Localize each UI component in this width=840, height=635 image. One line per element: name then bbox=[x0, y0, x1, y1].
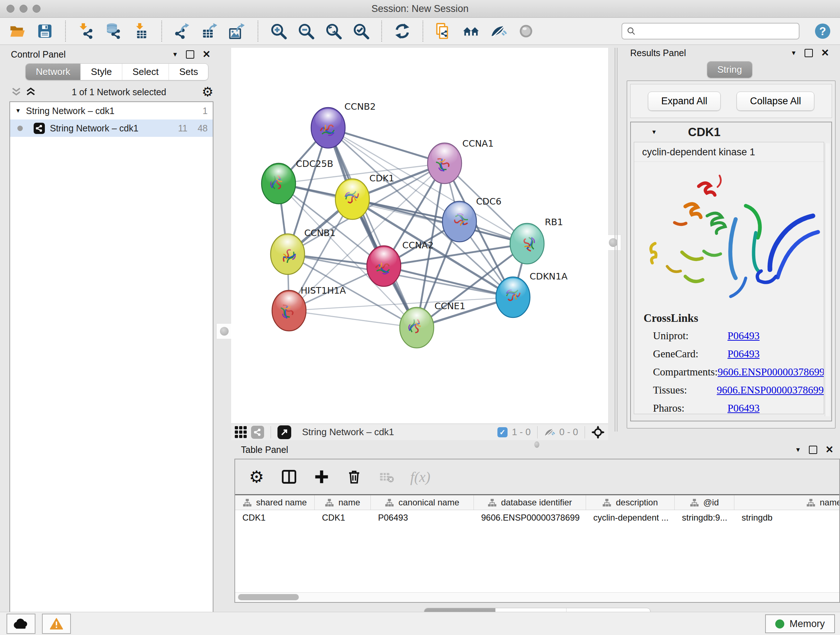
zoom-in-icon bbox=[270, 23, 287, 40]
scrollbar-thumb[interactable] bbox=[238, 594, 299, 600]
delete-column-button[interactable] bbox=[345, 468, 363, 486]
table-options-button[interactable]: ⚙ bbox=[248, 468, 265, 486]
table-horizontal-scrollbar[interactable] bbox=[235, 592, 839, 602]
tab-network[interactable]: Network bbox=[26, 64, 80, 80]
panel-float-icon[interactable] bbox=[186, 50, 194, 59]
panel-close-icon[interactable]: ✕ bbox=[821, 48, 829, 58]
column-header--id[interactable]: @id bbox=[675, 495, 734, 510]
tab-string[interactable]: String bbox=[707, 62, 752, 78]
memory-status-dot bbox=[775, 619, 784, 629]
network-node-CCNE1[interactable]: CCNE1 bbox=[400, 301, 465, 348]
column-header-canonical-name[interactable]: canonical name bbox=[371, 495, 474, 510]
warning-icon bbox=[50, 618, 63, 630]
protein-section-header[interactable]: ▼ CDK1 bbox=[631, 122, 831, 142]
network-canvas[interactable]: CCNB2CCNA1CDC25BCDK1CDC6RB1CCNB1CCNA2HIS… bbox=[231, 48, 608, 440]
refresh-view-button[interactable] bbox=[393, 22, 412, 41]
search-input[interactable] bbox=[639, 26, 794, 36]
import-table-from-file-button[interactable] bbox=[132, 22, 150, 41]
delete-table-button[interactable] bbox=[378, 468, 396, 486]
column-header-name[interactable]: name bbox=[315, 495, 371, 510]
network-row[interactable]: String Network – cdk1 11 48 bbox=[10, 119, 213, 137]
crosslink-row: Pharos:P06493 bbox=[644, 402, 824, 414]
crosslink-link[interactable]: 9606.ENSP00000378699 bbox=[717, 384, 824, 396]
eye-slash-icon bbox=[490, 23, 507, 40]
network-node-CDK1[interactable]: CDK1 bbox=[335, 173, 394, 219]
column-header-shared-name[interactable]: shared name bbox=[235, 495, 315, 510]
export-table-button[interactable] bbox=[201, 22, 219, 41]
show-all-button[interactable] bbox=[516, 22, 535, 41]
tab-sets[interactable]: Sets bbox=[169, 64, 208, 80]
first-neighbors-button[interactable] bbox=[462, 22, 480, 41]
column-header-label: description bbox=[616, 497, 658, 508]
crosslink-link[interactable]: P06493 bbox=[728, 348, 760, 360]
network-options-gear-icon[interactable]: ⚙ bbox=[202, 86, 213, 98]
tab-select[interactable]: Select bbox=[122, 64, 169, 80]
edge-CCNB2-CCNE1[interactable] bbox=[328, 128, 417, 328]
panel-menu-caret-icon[interactable]: ▼ bbox=[791, 50, 797, 57]
save-session-button[interactable] bbox=[35, 22, 54, 41]
function-builder-button[interactable]: f(x) bbox=[410, 468, 431, 486]
network-collection-row[interactable]: ▼ String Network – cdk1 1 bbox=[10, 102, 213, 119]
trash-icon bbox=[347, 469, 362, 485]
create-column-button[interactable] bbox=[313, 468, 331, 486]
tab-style[interactable]: Style bbox=[80, 64, 122, 80]
network-nodes[interactable]: CCNB2CCNA1CDC25BCDK1CDC6RB1CCNB1CCNA2HIS… bbox=[262, 101, 568, 348]
splitter-handle-left[interactable] bbox=[216, 323, 232, 339]
svg-text:?: ? bbox=[819, 25, 826, 37]
column-header-description[interactable]: description bbox=[586, 495, 675, 510]
node-label-CCNA1: CCNA1 bbox=[462, 138, 494, 149]
network-node-CDKN1A[interactable]: CDKN1A bbox=[496, 271, 568, 318]
import-network-from-database-button[interactable] bbox=[104, 22, 123, 41]
birdseye-crosshair-icon[interactable] bbox=[592, 426, 605, 439]
import-network-from-file-button[interactable] bbox=[77, 22, 95, 41]
open-session-button[interactable] bbox=[8, 22, 27, 41]
expand-all-icon[interactable] bbox=[25, 87, 36, 97]
memory-button[interactable]: Memory bbox=[765, 614, 835, 633]
eye-icon bbox=[518, 23, 534, 40]
selected-nodes-checkbox[interactable]: ✓ bbox=[497, 427, 508, 437]
crosslink-link[interactable]: P06493 bbox=[728, 402, 760, 414]
panel-menu-caret-icon[interactable]: ▼ bbox=[172, 51, 178, 58]
collapse-triangle-icon[interactable]: ▼ bbox=[651, 129, 657, 135]
column-header-database-identifier[interactable]: database identifier bbox=[474, 495, 586, 510]
column-header-namespace[interactable]: namespace bbox=[734, 495, 839, 510]
network-graph[interactable]: CCNB2CCNA1CDC25BCDK1CDC6RB1CCNB1CCNA2HIS… bbox=[231, 48, 608, 424]
zoom-in-button[interactable] bbox=[269, 22, 288, 41]
crosslink-row: Tissues:9606.ENSP00000378699 bbox=[644, 384, 824, 396]
export-image-button[interactable] bbox=[228, 22, 247, 41]
warnings-button[interactable] bbox=[42, 614, 71, 634]
zoom-out-button[interactable] bbox=[297, 22, 316, 41]
network-node-CCNB1[interactable]: CCNB1 bbox=[271, 228, 336, 274]
tree-expand-icon[interactable]: ▼ bbox=[15, 108, 21, 114]
panel-close-icon[interactable]: ✕ bbox=[202, 50, 210, 59]
results-scrollbar[interactable] bbox=[825, 143, 830, 416]
panel-menu-caret-icon[interactable]: ▼ bbox=[795, 447, 801, 454]
expand-all-button[interactable]: Expand All bbox=[648, 92, 721, 111]
edge-CCNB2-CCNA1[interactable] bbox=[328, 128, 445, 163]
network-node-RB1[interactable]: RB1 bbox=[510, 217, 563, 264]
panel-float-icon[interactable] bbox=[809, 446, 817, 454]
cloud-status-button[interactable] bbox=[6, 614, 35, 634]
table-row[interactable]: CDK1CDK1P064939606.ENSP00000378699cyclin… bbox=[235, 510, 839, 525]
help-button[interactable]: ? bbox=[813, 22, 832, 41]
detach-view-button[interactable] bbox=[278, 425, 291, 439]
panel-close-icon[interactable]: ✕ bbox=[825, 445, 834, 455]
export-network-button[interactable] bbox=[173, 22, 192, 41]
zoom-selected-button[interactable] bbox=[352, 22, 370, 41]
network-node-CCNA1[interactable]: CCNA1 bbox=[428, 138, 494, 184]
toolbar-separator bbox=[65, 21, 66, 42]
hidden-eye-slash-icon[interactable] bbox=[544, 427, 555, 438]
crosslink-link[interactable]: P06493 bbox=[728, 330, 760, 342]
show-columns-button[interactable] bbox=[280, 468, 298, 486]
node-table: shared namenamecanonical namedatabase id… bbox=[235, 495, 839, 592]
panel-float-icon[interactable] bbox=[805, 49, 813, 57]
new-network-from-selection-button[interactable] bbox=[434, 22, 453, 41]
zoom-fit-button[interactable] bbox=[324, 22, 343, 41]
grid-view-icon[interactable] bbox=[235, 426, 247, 438]
collapse-all-button[interactable]: Collapse All bbox=[737, 92, 814, 111]
edge-CCNE1-HIST1H1A[interactable] bbox=[289, 310, 417, 328]
string-view-icon[interactable] bbox=[251, 426, 264, 439]
hide-selected-button[interactable] bbox=[489, 22, 508, 41]
crosslink-link[interactable]: 9606.ENSP00000378699 bbox=[718, 366, 824, 378]
collapse-all-icon[interactable] bbox=[11, 87, 22, 97]
